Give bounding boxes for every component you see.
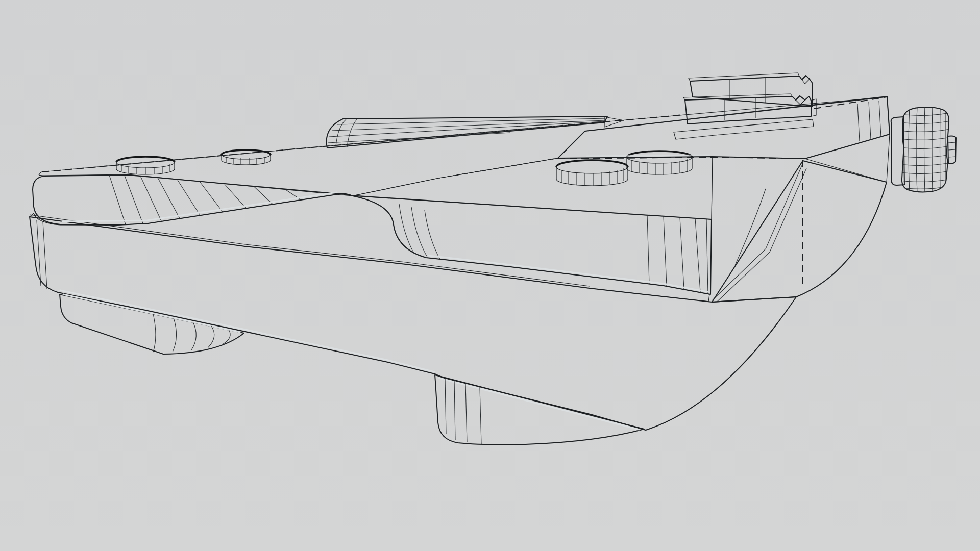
model-canvas — [0, 0, 980, 551]
cad-viewport[interactable] — [0, 0, 980, 551]
